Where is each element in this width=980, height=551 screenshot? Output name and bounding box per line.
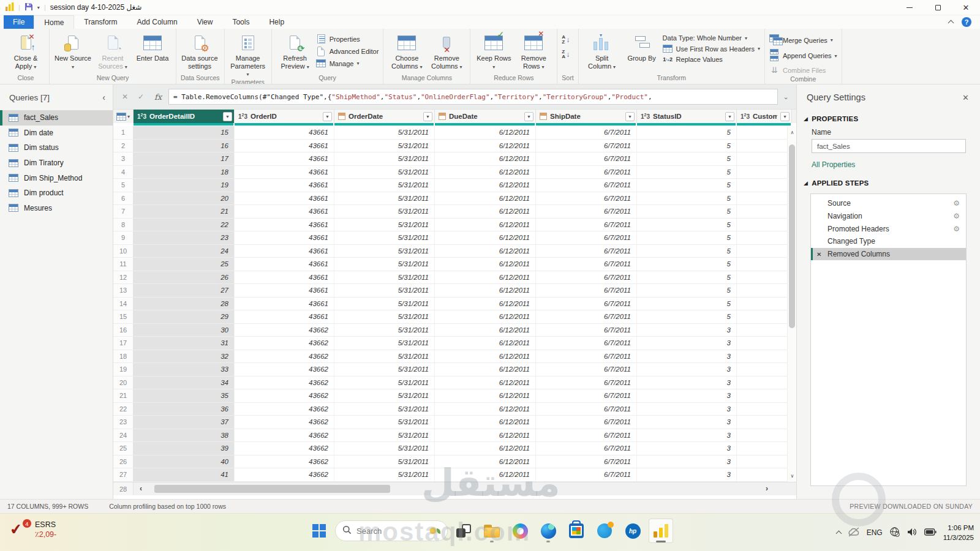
cell-orderdate[interactable]: 5/31/2011 bbox=[334, 284, 435, 297]
cell-statusid[interactable]: 5 bbox=[637, 284, 737, 297]
cell-customerid[interactable] bbox=[737, 166, 792, 179]
cell-orderdetailid[interactable]: 22 bbox=[134, 219, 235, 231]
scroll-down-icon[interactable]: ∨ bbox=[788, 471, 796, 481]
cell-customerid[interactable] bbox=[737, 205, 792, 218]
cell-statusid[interactable]: 3 bbox=[637, 455, 737, 468]
ribbon-button-combine-files[interactable]: ⇊Combine Files bbox=[769, 66, 837, 75]
ribbon-button-data-type-whole-number[interactable]: Data Type: Whole Number▾ bbox=[663, 34, 760, 42]
cell-orderdate[interactable]: 5/31/2011 bbox=[334, 442, 435, 455]
ribbon-button-new-source[interactable]: New Source ▾ bbox=[54, 31, 92, 73]
cell-orderid[interactable]: 43662 bbox=[235, 403, 334, 416]
cell-orderdetailid[interactable]: 33 bbox=[134, 363, 235, 376]
cell-customerid[interactable] bbox=[737, 192, 792, 205]
column-header-customerid[interactable]: 123CustomerID▼ bbox=[737, 110, 792, 123]
battery-icon[interactable] bbox=[924, 528, 937, 538]
cell-duedate[interactable]: 6/12/2011 bbox=[435, 284, 536, 297]
cell-customerid[interactable] bbox=[737, 310, 792, 323]
maximize-button[interactable] bbox=[924, 0, 952, 15]
cell-orderdate[interactable]: 5/31/2011 bbox=[334, 126, 435, 139]
cell-duedate[interactable]: 6/12/2011 bbox=[435, 377, 536, 389]
cell-orderdate[interactable]: 5/31/2011 bbox=[334, 324, 435, 337]
ribbon-button-append-queries[interactable]: Append Queries▾ bbox=[769, 49, 837, 62]
cell-orderid[interactable]: 43662 bbox=[235, 363, 334, 376]
cell-duedate[interactable]: 6/12/2011 bbox=[435, 455, 536, 468]
cell-orderdetailid[interactable]: 23 bbox=[134, 231, 235, 244]
filter-dropdown-icon[interactable]: ▼ bbox=[323, 112, 332, 121]
cell-duedate[interactable]: 6/12/2011 bbox=[435, 298, 536, 310]
column-header-orderdetailid[interactable]: 123OrderDetailID▼ bbox=[134, 110, 235, 123]
cell-orderdate[interactable]: 5/31/2011 bbox=[334, 205, 435, 218]
filter-dropdown-icon[interactable]: ▼ bbox=[625, 112, 635, 121]
taskbar-app-hp[interactable]: hp bbox=[620, 519, 645, 543]
cell-orderdate[interactable]: 5/31/2011 bbox=[334, 363, 435, 376]
cell-statusid[interactable]: 5 bbox=[637, 205, 737, 218]
cancel-formula-icon[interactable]: ✕ bbox=[118, 92, 132, 101]
cell-duedate[interactable]: 6/12/2011 bbox=[435, 429, 536, 442]
applied-step-removed-columns[interactable]: ✕Removed Columns bbox=[811, 248, 966, 261]
cell-duedate[interactable]: 6/12/2011 bbox=[435, 403, 536, 416]
ribbon-button-manage-parameters[interactable]: Manage Parameters ▾ bbox=[229, 31, 267, 78]
cell-orderid[interactable]: 43661 bbox=[235, 152, 334, 165]
cell-statusid[interactable]: 3 bbox=[637, 403, 737, 416]
cell-customerid[interactable] bbox=[737, 403, 792, 416]
cell-orderdate[interactable]: 5/31/2011 bbox=[334, 245, 435, 258]
commit-formula-icon[interactable]: ✓ bbox=[134, 92, 148, 101]
cell-customerid[interactable] bbox=[737, 258, 792, 271]
query-item-dim-status[interactable]: Dim status bbox=[0, 140, 113, 156]
ribbon-button-sort-za[interactable]: ZA↓ bbox=[562, 50, 570, 60]
applied-step-source[interactable]: Source⚙ bbox=[811, 197, 966, 210]
cell-shipdate[interactable]: 6/7/2011 bbox=[536, 179, 637, 192]
query-item-dim-tiratory[interactable]: Dim Tiratory bbox=[0, 156, 113, 171]
properties-section-header[interactable]: ◢ PROPERTIES bbox=[797, 110, 980, 125]
horizontal-scroll-thumb[interactable] bbox=[154, 485, 390, 493]
ribbon-button-recent-sources[interactable]: ◔Recent Sources ▾ bbox=[94, 31, 132, 73]
cell-orderdetailid[interactable]: 27 bbox=[134, 284, 235, 297]
cell-statusid[interactable]: 5 bbox=[637, 219, 737, 231]
cell-customerid[interactable] bbox=[737, 337, 792, 350]
close-button[interactable]: ✕ bbox=[952, 0, 980, 15]
cell-orderdetailid[interactable]: 15 bbox=[134, 126, 235, 139]
ribbon-button-sort-az[interactable]: AZ↓ bbox=[562, 35, 570, 45]
cell-orderid[interactable]: 43662 bbox=[235, 442, 334, 455]
cell-customerid[interactable] bbox=[737, 350, 792, 363]
cell-shipdate[interactable]: 6/7/2011 bbox=[536, 152, 637, 165]
cell-customerid[interactable] bbox=[737, 126, 792, 139]
taskbar-app-powerbi[interactable] bbox=[649, 519, 673, 543]
cell-orderdetailid[interactable]: 20 bbox=[134, 192, 235, 205]
cell-shipdate[interactable]: 6/7/2011 bbox=[536, 231, 637, 244]
cell-statusid[interactable]: 5 bbox=[637, 140, 737, 152]
cell-orderdate[interactable]: 5/31/2011 bbox=[334, 468, 435, 481]
select-all-corner[interactable]: ▾ bbox=[113, 110, 134, 123]
cell-orderdetailid[interactable]: 19 bbox=[134, 179, 235, 192]
cell-orderdetailid[interactable]: 28 bbox=[134, 298, 235, 310]
cell-statusid[interactable]: 5 bbox=[637, 245, 737, 258]
formula-expand-icon[interactable]: ⌄ bbox=[780, 93, 791, 101]
taskbar-app-store[interactable] bbox=[564, 519, 589, 543]
cell-duedate[interactable]: 6/12/2011 bbox=[435, 179, 536, 192]
cell-statusid[interactable]: 5 bbox=[637, 179, 737, 192]
cell-shipdate[interactable]: 6/7/2011 bbox=[536, 219, 637, 231]
cell-shipdate[interactable]: 6/7/2011 bbox=[536, 429, 637, 442]
cell-statusid[interactable]: 5 bbox=[637, 298, 737, 310]
cell-statusid[interactable]: 3 bbox=[637, 363, 737, 376]
cell-customerid[interactable] bbox=[737, 363, 792, 376]
cell-orderid[interactable]: 43661 bbox=[235, 310, 334, 323]
tab-home[interactable]: Home bbox=[34, 15, 74, 29]
cell-statusid[interactable]: 3 bbox=[637, 350, 737, 363]
cell-shipdate[interactable]: 6/7/2011 bbox=[536, 205, 637, 218]
cell-customerid[interactable] bbox=[737, 442, 792, 455]
language-indicator[interactable]: ENG bbox=[867, 528, 883, 537]
cell-orderid[interactable]: 43662 bbox=[235, 324, 334, 337]
cell-statusid[interactable]: 5 bbox=[637, 126, 737, 139]
ribbon-button-refresh-preview[interactable]: ⟳Refresh Preview ▾ bbox=[276, 31, 314, 73]
cell-statusid[interactable]: 3 bbox=[637, 324, 737, 337]
cell-orderid[interactable]: 43661 bbox=[235, 179, 334, 192]
cell-shipdate[interactable]: 6/7/2011 bbox=[536, 166, 637, 179]
all-properties-link[interactable]: All Properties bbox=[797, 157, 980, 174]
filter-dropdown-icon[interactable]: ▼ bbox=[423, 112, 432, 121]
cell-shipdate[interactable]: 6/7/2011 bbox=[536, 140, 637, 152]
cell-customerid[interactable] bbox=[737, 429, 792, 442]
cell-orderdate[interactable]: 5/31/2011 bbox=[334, 310, 435, 323]
cell-orderdetailid[interactable]: 24 bbox=[134, 245, 235, 258]
cell-orderdetailid[interactable]: 17 bbox=[134, 152, 235, 165]
